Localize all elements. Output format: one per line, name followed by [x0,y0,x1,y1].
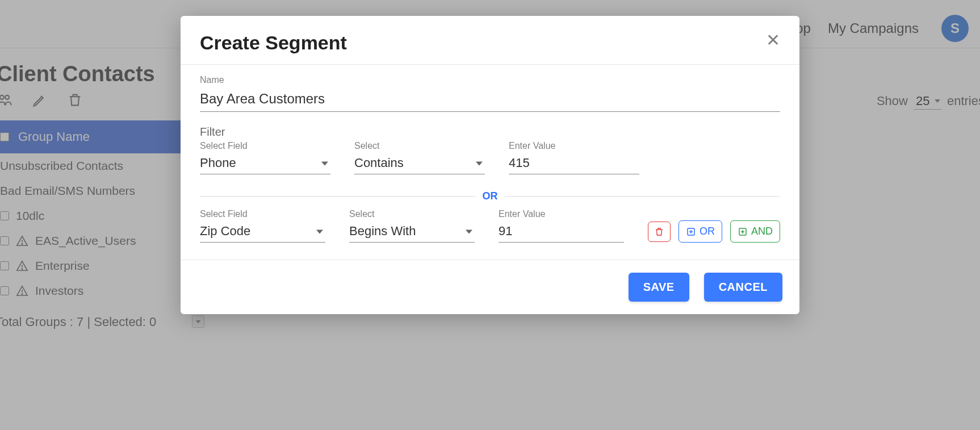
operator-select[interactable]: Contains [354,153,485,174]
field-select[interactable]: Phone [200,153,330,174]
delete-row-button[interactable] [648,222,671,242]
field-select[interactable]: Zip Code [200,222,325,243]
filter-row: Select Field Zip Code Select Begins With… [200,209,780,243]
operator-select[interactable]: Begins With [349,222,475,243]
save-button[interactable]: SAVE [629,273,689,302]
plus-square-icon [738,227,748,237]
select-field-label: Select Field [200,141,330,151]
filter-row: Select Field Phone Select Contains Enter… [200,141,780,174]
operator-label: Select [354,141,485,151]
and-button-label: AND [751,226,773,237]
filter-heading: Filter [200,126,780,139]
value-label: Enter Value [499,209,624,219]
select-field-label: Select Field [200,209,325,219]
or-divider: OR [200,190,780,202]
modal-title: Create Segment [200,32,347,54]
or-divider-text: OR [483,190,498,202]
operator-label: Select [349,209,475,219]
value-input[interactable] [499,222,624,243]
cancel-button[interactable]: CANCEL [704,273,782,302]
close-icon[interactable]: ✕ [766,32,780,49]
name-label: Name [200,75,780,85]
value-input[interactable] [509,153,639,174]
segment-name-input[interactable] [200,89,780,112]
add-or-button[interactable]: OR [679,220,722,243]
add-and-button[interactable]: AND [730,220,780,243]
value-label: Enter Value [509,141,639,151]
create-segment-modal: Create Segment ✕ Name Filter Select Fiel… [181,16,799,314]
plus-square-icon [686,227,696,237]
trash-icon [654,227,664,237]
or-button-label: OR [700,226,715,237]
